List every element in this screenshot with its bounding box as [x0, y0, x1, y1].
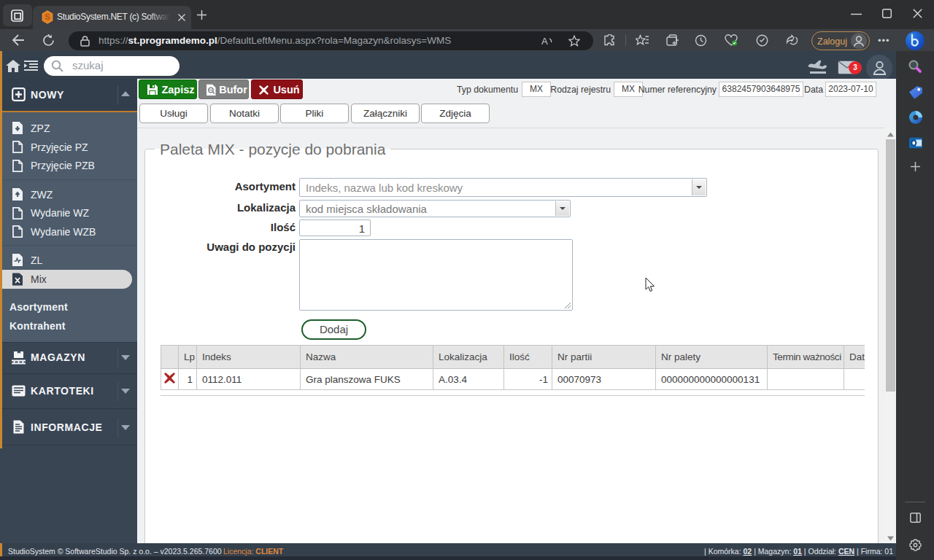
- svg-text:S: S: [45, 13, 50, 22]
- svg-text:A: A: [541, 36, 548, 47]
